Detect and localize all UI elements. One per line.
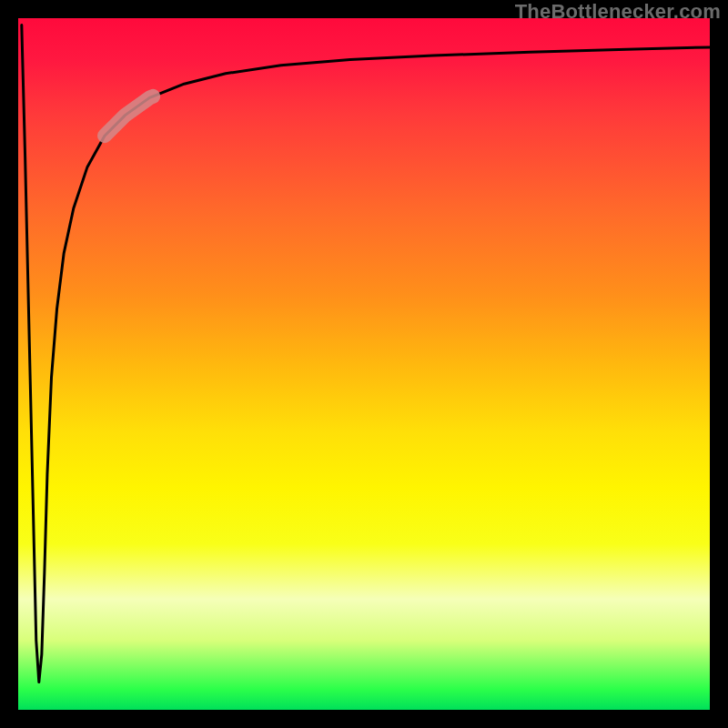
chart-stage: TheBottlenecker.com bbox=[0, 0, 728, 728]
plot-area bbox=[18, 18, 710, 710]
watermark-text: TheBottlenecker.com bbox=[515, 0, 721, 24]
